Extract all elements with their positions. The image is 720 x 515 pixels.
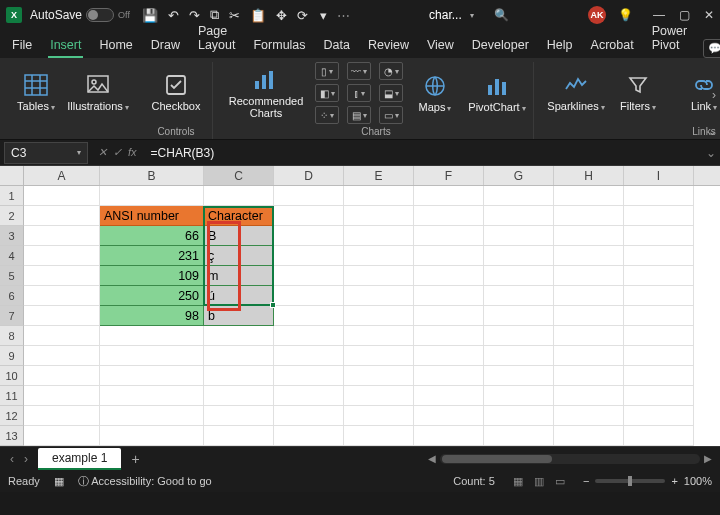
add-sheet-button[interactable]: + [121, 451, 149, 467]
cell[interactable] [554, 346, 624, 366]
cell[interactable] [484, 206, 554, 226]
autosave-toggle[interactable]: AutoSave Off [30, 8, 130, 22]
row-header[interactable]: 6 [0, 286, 24, 306]
select-all-corner[interactable] [0, 166, 24, 185]
waterfall-chart-icon[interactable]: ▤▾ [347, 106, 371, 124]
cell[interactable] [344, 346, 414, 366]
col-header-A[interactable]: A [24, 166, 100, 185]
cell[interactable] [554, 306, 624, 326]
cell[interactable] [414, 286, 484, 306]
cell[interactable] [24, 246, 100, 266]
tab-developer[interactable]: Developer [470, 34, 531, 58]
hscroll-track[interactable] [440, 454, 700, 464]
close-button[interactable]: ✕ [704, 8, 714, 22]
cell[interactable] [484, 426, 554, 446]
cell[interactable] [554, 206, 624, 226]
col-header-B[interactable]: B [100, 166, 204, 185]
tab-help[interactable]: Help [545, 34, 575, 58]
cell[interactable] [274, 266, 344, 286]
cell[interactable] [274, 366, 344, 386]
row-header[interactable]: 2 [0, 206, 24, 226]
cell[interactable] [554, 386, 624, 406]
cell[interactable] [24, 426, 100, 446]
ribbon-collapse-icon[interactable]: ⌄ [708, 126, 716, 137]
cell[interactable] [414, 426, 484, 446]
page-break-view-icon[interactable]: ▭ [551, 475, 569, 487]
cell[interactable] [344, 226, 414, 246]
row-header[interactable]: 5 [0, 266, 24, 286]
tab-home[interactable]: Home [97, 34, 134, 58]
cell[interactable] [100, 386, 204, 406]
cell[interactable] [554, 326, 624, 346]
cell[interactable] [414, 186, 484, 206]
tab-page-layout[interactable]: Page Layout [196, 20, 238, 58]
cell[interactable]: ç [204, 246, 274, 266]
comments-pane-icon[interactable]: 💬 [703, 39, 720, 58]
cell[interactable] [344, 246, 414, 266]
toggle-track[interactable] [86, 8, 114, 22]
bar-chart-icon[interactable]: ▭▾ [379, 106, 403, 124]
cell[interactable] [344, 206, 414, 226]
cell[interactable] [484, 246, 554, 266]
cell[interactable] [274, 186, 344, 206]
cell[interactable] [414, 386, 484, 406]
cell[interactable] [484, 226, 554, 246]
formula-input[interactable]: =CHAR(B3) [143, 146, 702, 160]
row-header[interactable]: 13 [0, 426, 24, 446]
tab-acrobat[interactable]: Acrobat [589, 34, 636, 58]
namebox-chevron-icon[interactable]: ▾ [77, 148, 81, 157]
cell[interactable] [344, 406, 414, 426]
worksheet-grid[interactable]: A B C D E F G H I 12ANSI numberCharacter… [0, 166, 720, 446]
cell[interactable] [414, 346, 484, 366]
cell[interactable]: B [204, 226, 274, 246]
combo-chart-icon[interactable]: ⬓▾ [379, 84, 403, 102]
cell[interactable]: m [204, 266, 274, 286]
pie-chart-icon[interactable]: ◔▾ [379, 62, 403, 80]
cell[interactable] [274, 286, 344, 306]
cell[interactable] [554, 266, 624, 286]
cell[interactable] [24, 406, 100, 426]
cell[interactable] [484, 406, 554, 426]
line-chart-icon[interactable]: 〰▾ [347, 62, 371, 80]
cell[interactable] [274, 226, 344, 246]
cell[interactable]: Character [204, 206, 274, 226]
cell[interactable] [204, 326, 274, 346]
cell[interactable] [624, 326, 694, 346]
cell[interactable] [100, 406, 204, 426]
cell[interactable] [204, 186, 274, 206]
illustrations-button[interactable]: Illustrations▾ [68, 72, 128, 113]
undo-icon[interactable]: ↶ [168, 8, 179, 23]
tables-button[interactable]: Tables▾ [12, 72, 60, 113]
cell[interactable] [414, 366, 484, 386]
cell[interactable] [24, 226, 100, 246]
cell[interactable] [624, 266, 694, 286]
cell[interactable] [554, 226, 624, 246]
cell[interactable] [484, 286, 554, 306]
checkbox-button[interactable]: Checkbox [146, 72, 206, 112]
cell[interactable] [484, 386, 554, 406]
cell[interactable] [484, 366, 554, 386]
cell[interactable] [624, 186, 694, 206]
hscroll-right-icon[interactable]: ▶ [704, 453, 712, 464]
cell[interactable] [100, 426, 204, 446]
tab-view[interactable]: View [425, 34, 456, 58]
cell[interactable] [100, 186, 204, 206]
sheet-nav-next-icon[interactable]: › [24, 452, 28, 466]
document-name[interactable]: char... [429, 8, 462, 22]
cell[interactable] [554, 426, 624, 446]
stats-icon[interactable]: ▦ [54, 475, 64, 488]
cell[interactable] [100, 366, 204, 386]
cell[interactable] [344, 366, 414, 386]
cell[interactable]: 98 [100, 306, 204, 326]
col-header-E[interactable]: E [344, 166, 414, 185]
cell[interactable] [484, 186, 554, 206]
row-header[interactable]: 11 [0, 386, 24, 406]
tab-draw[interactable]: Draw [149, 34, 182, 58]
zoom-slider[interactable] [595, 479, 665, 483]
cell[interactable] [554, 406, 624, 426]
qat-more-icon[interactable]: ▾ [320, 8, 327, 23]
row-header[interactable]: 12 [0, 406, 24, 426]
cell[interactable] [624, 366, 694, 386]
save-icon[interactable]: 💾 [142, 8, 158, 23]
cell[interactable] [204, 386, 274, 406]
